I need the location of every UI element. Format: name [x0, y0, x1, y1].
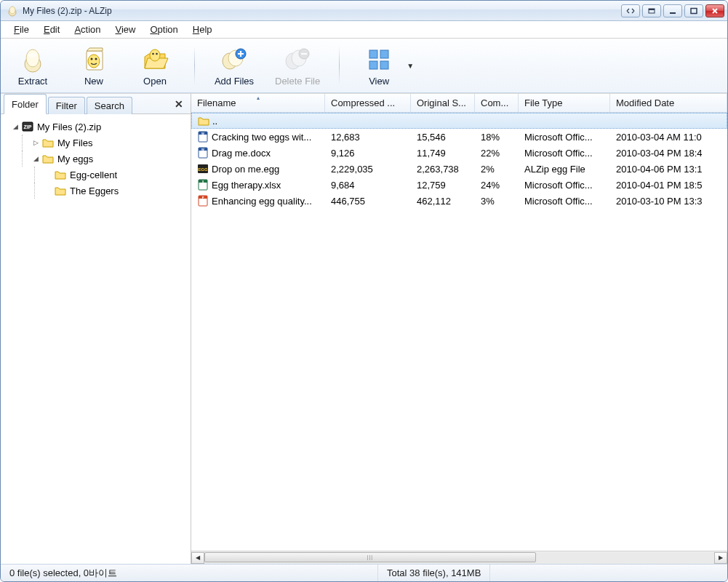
folder-icon — [54, 169, 67, 180]
menu-view[interactable]: View — [108, 21, 143, 38]
extract-icon — [18, 45, 47, 74]
file-type: Microsoft Offic... — [519, 196, 610, 207]
new-label: New — [84, 76, 103, 87]
tree-item[interactable]: ▷ My Files — [22, 135, 188, 151]
scroll-thumb[interactable]: ||| — [204, 552, 536, 562]
horizontal-scrollbar[interactable]: ◀ ||| ▶ — [191, 551, 727, 564]
minimize-button[interactable] — [663, 4, 682, 17]
tree-item[interactable]: Egg-cellent — [34, 167, 188, 183]
folder-icon — [54, 185, 67, 196]
file-ratio: 18% — [475, 132, 519, 143]
tree-label: Egg-cellent — [70, 170, 117, 180]
add-files-label: Add Files — [215, 76, 254, 87]
menu-option[interactable]: Option — [143, 21, 185, 38]
file-original: 12,759 — [411, 180, 475, 191]
file-compressed: 9,684 — [325, 180, 411, 191]
window-compact-button[interactable] — [621, 4, 640, 17]
col-filename[interactable]: Filename ▴ — [191, 94, 325, 112]
file-ratio: 24% — [475, 180, 519, 191]
svg-point-1 — [9, 7, 15, 14]
menu-help[interactable]: Help — [185, 21, 220, 38]
file-type: Microsoft Offic... — [519, 132, 610, 143]
svg-rect-3 — [649, 9, 655, 10]
parent-folder-row[interactable]: .. — [191, 113, 727, 129]
view-icon — [364, 45, 393, 74]
app-icon — [7, 5, 18, 17]
tree-root[interactable]: ◢ ZIP My Files (2).zip — [4, 119, 188, 135]
file-type: Microsoft Offic... — [519, 180, 610, 191]
file-row[interactable]: EGGDrop on me.egg2,229,0352,263,7382%ALZ… — [191, 161, 727, 177]
toolbar-separator — [194, 46, 195, 85]
file-date: 2010-04-01 PM 18:5 — [610, 180, 727, 191]
svg-point-11 — [91, 57, 93, 60]
file-type: Microsoft Offic... — [519, 148, 610, 159]
file-name: Drop on me.egg — [212, 164, 279, 175]
view-dropdown-button[interactable]: ▼ — [404, 40, 417, 91]
svg-point-7 — [26, 49, 39, 67]
open-label: Open — [143, 76, 167, 87]
tree-item[interactable]: The Eggers — [34, 183, 188, 199]
titlebar: My Files (2).zip - ALZip — [1, 1, 727, 21]
content-area: Folder Filter Search ✕ ◢ ZIP My Files (2… — [1, 93, 727, 564]
file-date: 2010-03-04 PM 18:4 — [610, 148, 727, 159]
extract-button[interactable]: Extract — [8, 40, 57, 91]
file-row[interactable]: PEnhancing egg quality...446,755462,1123… — [191, 193, 727, 209]
col-compressed[interactable]: Compressed ... — [325, 94, 411, 112]
close-button[interactable] — [705, 4, 724, 17]
tab-search[interactable]: Search — [87, 97, 132, 114]
file-row[interactable]: WDrag me.docx9,12611,74922%Microsoft Off… — [191, 145, 727, 161]
window-title: My Files (2).zip - ALZip — [23, 6, 621, 16]
collapse-icon[interactable]: ◢ — [11, 123, 20, 130]
scroll-right-button[interactable]: ▶ — [714, 552, 727, 564]
file-icon: EGG — [197, 163, 209, 175]
svg-rect-24 — [369, 61, 377, 69]
tree-item[interactable]: ◢ My eggs — [22, 151, 188, 167]
file-ratio: 2% — [475, 164, 519, 175]
col-filetype[interactable]: File Type — [519, 94, 610, 112]
menu-file[interactable]: File — [7, 21, 36, 38]
window-tray-button[interactable] — [642, 4, 661, 17]
tab-filter[interactable]: Filter — [48, 97, 85, 114]
col-original[interactable]: Original S... — [411, 94, 475, 112]
tree-label: My Files (2).zip — [37, 121, 101, 132]
delete-file-icon — [283, 45, 312, 74]
file-ratio: 3% — [475, 196, 519, 207]
delete-file-button: Delete File — [271, 40, 324, 91]
scroll-left-button[interactable]: ◀ — [191, 552, 204, 564]
column-headers: Filename ▴ Compressed ... Original S... … — [191, 94, 727, 113]
expand-icon[interactable]: ▷ — [31, 139, 40, 146]
tab-folder[interactable]: Folder — [4, 94, 47, 114]
open-button[interactable]: Open — [130, 40, 180, 91]
menu-action[interactable]: Action — [67, 21, 108, 38]
file-icon: W — [197, 147, 209, 159]
svg-point-13 — [150, 49, 160, 61]
file-row[interactable]: WCracking two eggs wit...12,68315,54618%… — [191, 129, 727, 145]
file-ratio: 22% — [475, 148, 519, 159]
menubar: File Edit Action View Option Help — [1, 21, 727, 39]
file-date: 2010-03-04 AM 11:0 — [610, 132, 727, 143]
view-button[interactable]: View — [354, 40, 404, 91]
col-ratio[interactable]: Com... — [475, 94, 519, 112]
left-tabs: Folder Filter Search ✕ — [1, 94, 191, 114]
collapse-icon[interactable]: ◢ — [31, 155, 40, 162]
scroll-track[interactable]: ||| — [204, 552, 714, 564]
maximize-button[interactable] — [684, 4, 703, 17]
folder-tree: ◢ ZIP My Files (2).zip ▷ My Files ◢ — [1, 114, 191, 564]
file-name: Cracking two eggs wit... — [212, 132, 311, 143]
file-original: 2,263,738 — [411, 164, 475, 175]
view-label: View — [369, 76, 389, 87]
file-row[interactable]: XEgg therapy.xlsx9,68412,75924%Microsoft… — [191, 177, 727, 193]
add-files-button[interactable]: Add Files — [209, 40, 259, 91]
open-icon — [140, 45, 169, 74]
statusbar: 0 file(s) selected, 0바이트 Total 38 file(s… — [1, 564, 727, 581]
svg-point-12 — [95, 57, 97, 60]
svg-text:X: X — [202, 180, 204, 183]
close-panel-icon[interactable]: ✕ — [175, 98, 183, 110]
new-button[interactable]: New — [69, 40, 119, 91]
menu-edit[interactable]: Edit — [36, 21, 67, 38]
svg-rect-22 — [369, 50, 377, 58]
svg-text:P: P — [202, 196, 204, 199]
svg-text:ZIP: ZIP — [24, 124, 32, 129]
col-modified[interactable]: Modified Date — [610, 94, 727, 112]
new-icon — [79, 45, 108, 74]
